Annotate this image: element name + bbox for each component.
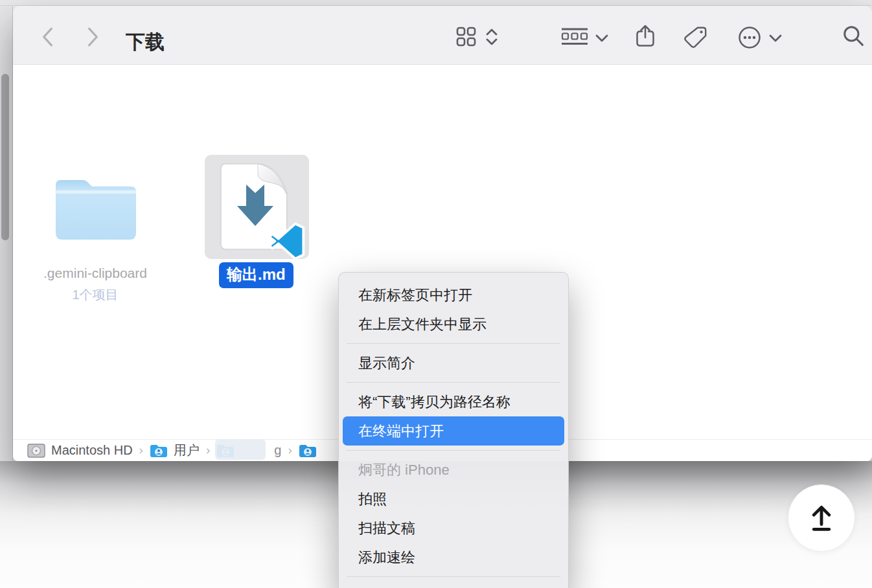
- path-segment-users[interactable]: 用户: [150, 442, 200, 459]
- chevron-right-icon: [85, 27, 102, 47]
- chevron-down-icon: [768, 34, 783, 43]
- up-down-chevrons-icon: [484, 27, 499, 47]
- file-name-label: 输出.md: [219, 262, 293, 288]
- menu-item-get-info[interactable]: 显示简介: [339, 348, 568, 378]
- ellipsis-circle-icon: [737, 25, 762, 50]
- menu-item-iphone-header: 炯哥的 iPhone: [339, 455, 568, 484]
- search-button[interactable]: [842, 25, 864, 47]
- group-by-icon: [560, 27, 589, 48]
- tag-icon: [683, 25, 708, 50]
- path-separator: ›: [288, 443, 292, 457]
- forward-button[interactable]: [85, 27, 102, 47]
- share-button[interactable]: [635, 23, 656, 48]
- finder-toolbar: 下载: [13, 6, 872, 65]
- path-segment-home-redacted[interactable]: g: [216, 443, 281, 458]
- more-actions-button[interactable]: [737, 25, 762, 50]
- view-switcher-button[interactable]: [484, 27, 499, 47]
- menu-item-show-enclosing-folder[interactable]: 在上层文件夹中显示: [339, 310, 568, 339]
- path-separator: ›: [139, 443, 143, 457]
- path-separator: ›: [206, 443, 210, 457]
- magnifier-icon: [842, 25, 864, 47]
- group-by-chevron[interactable]: [595, 34, 609, 43]
- menu-item-open-in-terminal[interactable]: 在终端中打开: [343, 416, 564, 446]
- path-segment-downloads[interactable]: [299, 443, 317, 458]
- chevron-left-icon: [39, 27, 56, 47]
- folder-item-count: 1个项目: [24, 286, 166, 304]
- path-label-disk: Macintosh HD: [51, 443, 133, 458]
- share-icon: [635, 23, 656, 48]
- download-document-icon: [205, 155, 309, 259]
- arrow-up-from-line-icon: [798, 495, 845, 541]
- background-window-left-edge: [0, 6, 13, 461]
- group-by-button[interactable]: [560, 27, 589, 48]
- menu-separator: [347, 450, 560, 451]
- folder-icon: [52, 168, 140, 249]
- menu-separator: [347, 382, 560, 383]
- menu-item-take-photo[interactable]: 拍照: [339, 484, 568, 514]
- background-scrollbar-thumb[interactable]: [1, 74, 9, 240]
- path-label-home-suffix: g: [274, 443, 281, 458]
- folder-name-label: .gemini-clipboard: [24, 266, 166, 281]
- hard-drive-icon: [27, 443, 45, 458]
- path-segment-disk[interactable]: Macintosh HD: [27, 443, 133, 458]
- redaction-blur-block: [215, 439, 266, 460]
- tags-button[interactable]: [683, 25, 708, 50]
- menu-separator: [347, 343, 560, 344]
- path-label-users: 用户: [174, 442, 200, 459]
- menu-item-copy-as-pathname[interactable]: 将“下载”拷贝为路径名称: [339, 387, 568, 416]
- menu-item-scan-documents[interactable]: 扫描文稿: [339, 514, 568, 543]
- menu-item-add-sketch[interactable]: 添加速绘: [339, 543, 568, 572]
- menu-separator: [347, 576, 560, 577]
- folder-user-icon: [299, 443, 317, 458]
- background-window-top-edge: [0, 0, 872, 6]
- menu-item-open-new-tab[interactable]: 在新标签页中打开: [339, 280, 568, 310]
- back-button[interactable]: [39, 27, 56, 47]
- grid-view-icon: [455, 26, 477, 48]
- more-actions-chevron[interactable]: [768, 34, 783, 43]
- chevron-down-icon: [595, 34, 609, 43]
- view-options-button[interactable]: [455, 26, 477, 48]
- context-menu: 在新标签页中打开 在上层文件夹中显示 显示简介 将“下载”拷贝为路径名称 在终端…: [338, 272, 569, 588]
- screen: 请记得删除: [0, 0, 872, 588]
- window-title: 下载: [126, 29, 165, 56]
- upload-top-button[interactable]: [788, 484, 855, 552]
- folder-user-icon: [150, 443, 168, 458]
